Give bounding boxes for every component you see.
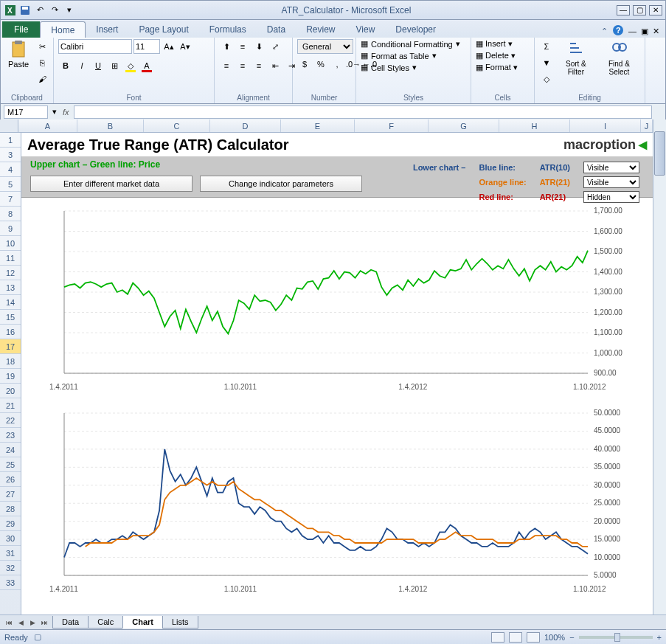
paste-button[interactable]: Paste bbox=[5, 39, 32, 70]
tab-page-layout[interactable]: Page Layout bbox=[128, 21, 198, 38]
row-header[interactable]: 29 bbox=[0, 516, 21, 531]
align-top-icon[interactable]: ⬆ bbox=[219, 39, 234, 54]
visibility-atr10[interactable]: Visible bbox=[583, 162, 639, 173]
italic-button[interactable]: I bbox=[74, 58, 89, 73]
undo-icon[interactable]: ↶ bbox=[33, 4, 46, 17]
row-header[interactable]: 9 bbox=[0, 221, 21, 236]
name-box[interactable] bbox=[4, 105, 48, 119]
excel-icon[interactable]: X bbox=[4, 4, 17, 17]
save-icon[interactable] bbox=[18, 4, 32, 17]
conditional-formatting-button[interactable]: ▦Conditional Formatting ▾ bbox=[361, 39, 460, 49]
percent-icon[interactable]: % bbox=[313, 57, 328, 72]
qat-more-icon[interactable]: ▾ bbox=[63, 4, 76, 17]
zoom-slider[interactable] bbox=[579, 636, 653, 639]
row-header[interactable]: 5 bbox=[0, 177, 21, 192]
shrink-font-icon[interactable]: A▾ bbox=[178, 39, 192, 54]
workbook-minimize-icon[interactable]: — bbox=[628, 27, 636, 35]
formula-bar[interactable] bbox=[74, 105, 652, 119]
clear-icon[interactable]: ◇ bbox=[539, 72, 554, 86]
workbook-close-icon[interactable]: ✕ bbox=[653, 27, 659, 36]
format-as-table-button[interactable]: ▦Format as Table ▾ bbox=[361, 51, 437, 60]
minimize-button[interactable]: — bbox=[617, 5, 630, 15]
change-params-button[interactable]: Change indicator parameters bbox=[200, 176, 362, 192]
row-header[interactable]: 10 bbox=[0, 236, 21, 251]
insert-cells-button[interactable]: ▦ Insert ▾ bbox=[476, 39, 513, 49]
fill-color-icon[interactable]: ◇ bbox=[123, 58, 138, 73]
format-cells-button[interactable]: ▦ Format ▾ bbox=[476, 63, 518, 72]
visibility-atr21[interactable]: Visible bbox=[583, 176, 639, 188]
select-all-corner[interactable] bbox=[0, 120, 18, 132]
col-header[interactable]: C bbox=[144, 120, 210, 132]
col-header[interactable]: J bbox=[641, 120, 653, 132]
tab-developer[interactable]: Developer bbox=[385, 21, 446, 38]
sort-filter-button[interactable]: Sort & Filter bbox=[557, 39, 595, 77]
fx-icon[interactable]: fx bbox=[58, 108, 74, 117]
minimize-ribbon-icon[interactable]: ⌃ bbox=[601, 27, 608, 36]
close-button[interactable]: ✕ bbox=[649, 5, 662, 15]
col-header[interactable]: G bbox=[429, 120, 499, 132]
grow-font-icon[interactable]: A▴ bbox=[162, 39, 176, 54]
name-box-dropdown-icon[interactable]: ▾ bbox=[51, 107, 58, 117]
border-icon[interactable]: ⊞ bbox=[107, 58, 122, 73]
fill-icon[interactable]: ▼ bbox=[539, 55, 554, 70]
row-header[interactable]: 4 bbox=[0, 162, 21, 177]
row-header[interactable]: 21 bbox=[0, 398, 21, 413]
page-layout-view-icon[interactable] bbox=[509, 632, 522, 643]
macro-record-icon[interactable]: ▢ bbox=[34, 632, 41, 642]
tab-home[interactable]: Home bbox=[40, 21, 86, 38]
zoom-thumb[interactable] bbox=[614, 633, 620, 642]
font-color-icon[interactable]: A bbox=[139, 58, 154, 73]
file-tab[interactable]: File bbox=[2, 21, 40, 38]
col-header[interactable]: H bbox=[499, 120, 570, 132]
row-header[interactable]: 12 bbox=[0, 266, 21, 280]
tab-view[interactable]: View bbox=[346, 21, 386, 38]
redo-icon[interactable]: ↷ bbox=[48, 4, 61, 17]
col-header[interactable]: B bbox=[77, 120, 144, 132]
tab-last-icon[interactable]: ⏭ bbox=[38, 617, 50, 629]
orientation-icon[interactable]: ⤢ bbox=[268, 39, 282, 54]
zoom-in-icon[interactable]: + bbox=[657, 633, 662, 642]
tab-review[interactable]: Review bbox=[296, 21, 345, 38]
cut-icon[interactable]: ✂ bbox=[35, 39, 49, 54]
visibility-ar21[interactable]: Hidden bbox=[583, 191, 639, 203]
vertical-scrollbar[interactable] bbox=[653, 120, 666, 614]
row-header[interactable]: 17 bbox=[0, 339, 21, 354]
row-header[interactable]: 8 bbox=[0, 207, 21, 221]
col-header[interactable]: A bbox=[18, 120, 77, 132]
col-header[interactable]: F bbox=[355, 120, 429, 132]
row-header[interactable]: 20 bbox=[0, 384, 21, 398]
align-left-icon[interactable]: ≡ bbox=[219, 58, 234, 73]
col-header[interactable]: I bbox=[570, 120, 641, 132]
workbook-restore-icon[interactable]: ▣ bbox=[641, 27, 648, 36]
align-bottom-icon[interactable]: ⬇ bbox=[252, 39, 266, 54]
font-name-select[interactable] bbox=[58, 39, 132, 54]
tab-prev-icon[interactable]: ◀ bbox=[15, 617, 27, 629]
tab-first-icon[interactable]: ⏮ bbox=[3, 617, 15, 629]
sheet-tab-data[interactable]: Data bbox=[52, 616, 89, 629]
row-header[interactable]: 16 bbox=[0, 325, 21, 339]
delete-cells-button[interactable]: ▦ Delete ▾ bbox=[476, 51, 516, 60]
help-icon[interactable]: ? bbox=[612, 24, 624, 38]
format-painter-icon[interactable]: 🖌 bbox=[35, 72, 49, 86]
autosum-icon[interactable]: Σ bbox=[539, 39, 554, 54]
row-header[interactable]: 27 bbox=[0, 487, 21, 502]
row-header[interactable]: 25 bbox=[0, 457, 21, 472]
scrollbar-thumb[interactable] bbox=[654, 131, 665, 176]
cell-styles-button[interactable]: ▦Cell Styles ▾ bbox=[361, 63, 417, 72]
align-center-icon[interactable]: ≡ bbox=[235, 58, 250, 73]
row-header[interactable]: 19 bbox=[0, 369, 21, 384]
row-header[interactable]: 31 bbox=[0, 546, 21, 561]
row-header[interactable]: 11 bbox=[0, 251, 21, 266]
row-header[interactable]: 13 bbox=[0, 280, 21, 295]
row-header[interactable]: 1 bbox=[0, 133, 21, 148]
row-header[interactable]: 26 bbox=[0, 472, 21, 487]
tab-data[interactable]: Data bbox=[257, 21, 296, 38]
row-header[interactable]: 3 bbox=[0, 148, 21, 162]
row-header[interactable]: 7 bbox=[0, 192, 21, 207]
zoom-out-icon[interactable]: − bbox=[569, 633, 574, 642]
underline-button[interactable]: U bbox=[91, 58, 105, 73]
tab-next-icon[interactable]: ▶ bbox=[27, 617, 38, 629]
enter-data-button[interactable]: Enter different market data bbox=[30, 176, 192, 192]
comma-icon[interactable]: , bbox=[330, 57, 344, 72]
row-header[interactable]: 18 bbox=[0, 354, 21, 369]
